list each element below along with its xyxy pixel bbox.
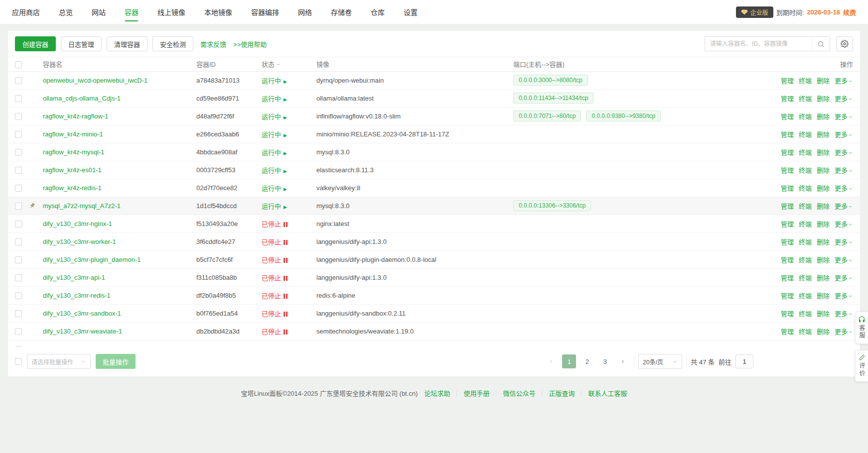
status-stopped[interactable]: 已停止 xyxy=(262,310,288,318)
container-name-link[interactable]: dify_v130_c3mr-api-1 xyxy=(43,274,105,281)
manage-link[interactable]: 管理 xyxy=(781,292,794,300)
manage-link[interactable]: 管理 xyxy=(781,256,794,264)
footer-link-manual[interactable]: 使用手册 xyxy=(463,388,489,398)
terminal-link[interactable]: 终端 xyxy=(799,131,812,138)
delete-link[interactable]: 删除 xyxy=(817,221,830,228)
container-name-link[interactable]: ragflow_kr4z-ragflow-1 xyxy=(43,113,109,120)
footer-link-license-check[interactable]: 正版查询 xyxy=(549,388,575,398)
row-checkbox[interactable] xyxy=(15,292,22,299)
bottom-select-all-checkbox[interactable] xyxy=(15,358,22,365)
more-link[interactable]: 更多 xyxy=(835,185,853,192)
more-link[interactable]: 更多 xyxy=(835,221,853,228)
status-stopped[interactable]: 已停止 xyxy=(262,292,288,300)
manage-link[interactable]: 管理 xyxy=(781,185,794,192)
delete-link[interactable]: 删除 xyxy=(817,274,830,282)
more-link[interactable]: 更多 xyxy=(835,203,853,210)
per-page-select[interactable]: 20条/页 xyxy=(638,354,682,369)
nav-container[interactable]: 容器 xyxy=(125,0,139,24)
terminal-link[interactable]: 终端 xyxy=(799,346,812,347)
container-name-link[interactable]: dify_v130_c3mr-web-1 xyxy=(43,345,109,347)
manage-link[interactable]: 管理 xyxy=(781,203,794,210)
enterprise-badge[interactable]: 企业版 xyxy=(736,6,773,18)
container-name-link[interactable]: ragflow_kr4z-redis-1 xyxy=(43,184,102,192)
more-link[interactable]: 更多 xyxy=(835,310,853,318)
search-input[interactable] xyxy=(705,40,812,47)
manage-link[interactable]: 管理 xyxy=(781,77,794,85)
row-checkbox[interactable] xyxy=(15,238,22,245)
more-link[interactable]: 更多 xyxy=(835,346,853,347)
status-stopped[interactable]: 已停止 xyxy=(262,328,288,336)
nav-orchestration[interactable]: 容器编排 xyxy=(251,0,279,24)
nav-app-store[interactable]: 应用商店 xyxy=(12,0,40,24)
delete-link[interactable]: 删除 xyxy=(817,167,830,174)
nav-network[interactable]: 网络 xyxy=(298,0,312,24)
row-checkbox[interactable] xyxy=(15,221,22,227)
manage-link[interactable]: 管理 xyxy=(781,328,794,336)
container-name-link[interactable]: ollama_cdjs-ollama_Cdjs-1 xyxy=(43,95,121,102)
row-checkbox[interactable] xyxy=(15,167,22,174)
status-stopped[interactable]: 已停止 xyxy=(262,346,288,347)
terminal-link[interactable]: 终端 xyxy=(799,328,812,336)
container-name-link[interactable]: mysql_a7z2-mysql_A7z2-1 xyxy=(43,202,121,210)
page-button-2[interactable]: 2 xyxy=(580,354,594,368)
row-checkbox[interactable] xyxy=(15,185,22,192)
terminal-link[interactable]: 终端 xyxy=(799,274,812,282)
container-name-link[interactable]: dify_v130_c3mr-redis-1 xyxy=(43,292,111,299)
footer-link-wechat[interactable]: 微信公众号 xyxy=(503,388,535,398)
container-name-link[interactable]: ragflow_kr4z-es01-1 xyxy=(43,166,102,174)
status-stopped[interactable]: 已停止 xyxy=(262,256,288,264)
next-page-button[interactable] xyxy=(616,354,630,368)
footer-link-forum[interactable]: 论坛求助 xyxy=(424,388,450,398)
terminal-link[interactable]: 终端 xyxy=(799,221,812,228)
nav-settings[interactable]: 设置 xyxy=(404,0,418,24)
manage-link[interactable]: 管理 xyxy=(781,238,794,246)
status-stopped[interactable]: 已停止 xyxy=(262,274,288,282)
search-button[interactable] xyxy=(812,37,830,51)
terminal-link[interactable]: 终端 xyxy=(799,149,812,156)
manage-link[interactable]: 管理 xyxy=(781,346,794,347)
create-container-button[interactable]: 创建容器 xyxy=(15,36,56,51)
row-checkbox[interactable] xyxy=(15,256,22,263)
status-running[interactable]: 运行中▶ xyxy=(262,203,287,210)
delete-link[interactable]: 删除 xyxy=(817,131,830,138)
status-stopped[interactable]: 已停止 xyxy=(262,238,288,246)
terminal-link[interactable]: 终端 xyxy=(799,292,812,300)
select-all-checkbox[interactable] xyxy=(15,61,22,68)
nav-volumes[interactable]: 存储卷 xyxy=(331,0,352,24)
more-link[interactable]: 更多 xyxy=(835,113,853,120)
more-link[interactable]: 更多 xyxy=(835,77,853,85)
more-link[interactable]: 更多 xyxy=(835,131,853,138)
more-link[interactable]: 更多 xyxy=(835,256,853,264)
log-management-button[interactable]: 日志管理 xyxy=(61,36,102,51)
row-checkbox[interactable] xyxy=(15,203,22,210)
delete-link[interactable]: 删除 xyxy=(817,310,830,318)
row-checkbox[interactable] xyxy=(15,131,22,138)
nav-local-images[interactable]: 本地镜像 xyxy=(204,0,232,24)
row-checkbox[interactable] xyxy=(15,310,22,317)
batch-operate-button[interactable]: 批量操作 xyxy=(96,354,136,369)
row-checkbox[interactable] xyxy=(15,77,22,84)
terminal-link[interactable]: 终端 xyxy=(799,113,812,120)
terminal-link[interactable]: 终端 xyxy=(799,95,812,103)
nav-repository[interactable]: 仓库 xyxy=(371,0,385,24)
manage-link[interactable]: 管理 xyxy=(781,310,794,318)
delete-link[interactable]: 删除 xyxy=(817,328,830,336)
nav-online-images[interactable]: 线上镜像 xyxy=(157,0,185,24)
footer-link-contact-support[interactable]: 联系人工客服 xyxy=(588,388,627,398)
row-checkbox[interactable] xyxy=(15,346,22,346)
terminal-link[interactable]: 终端 xyxy=(799,167,812,174)
terminal-link[interactable]: 终端 xyxy=(799,256,812,264)
more-link[interactable]: 更多 xyxy=(835,328,853,336)
page-button-3[interactable]: 3 xyxy=(598,354,612,368)
manage-link[interactable]: 管理 xyxy=(781,95,794,103)
more-link[interactable]: 更多 xyxy=(835,292,853,300)
more-link[interactable]: 更多 xyxy=(835,238,853,246)
nav-website[interactable]: 网站 xyxy=(92,0,106,24)
delete-link[interactable]: 删除 xyxy=(817,95,830,103)
container-name-link[interactable]: openwebui_iwcd-openwebui_iwcD-1 xyxy=(43,77,147,84)
status-stopped[interactable]: 已停止 xyxy=(262,221,288,228)
terminal-link[interactable]: 终端 xyxy=(799,77,812,85)
terminal-link[interactable]: 终端 xyxy=(799,185,812,192)
container-name-link[interactable]: ragflow_kr4z-minio-1 xyxy=(43,130,103,138)
security-check-button[interactable]: 安全检测 xyxy=(152,36,193,51)
